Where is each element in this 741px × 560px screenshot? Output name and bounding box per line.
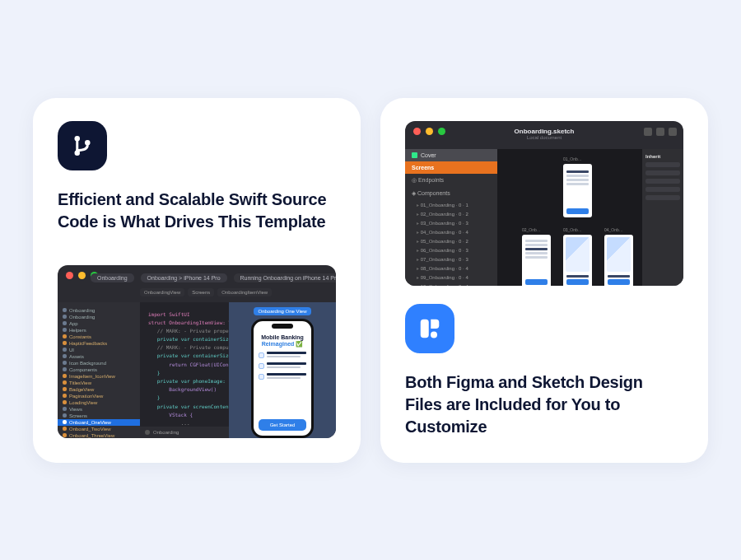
card-title: Efficient and Scalable Swift Source Code… [58,189,336,233]
phone-feature-row [259,362,306,369]
artboard: 04_Onb… [604,235,633,286]
code-line: import SwiftUI [148,310,221,319]
xcode-preview-canvas: Onboarding One View Mobile Banking Reima… [229,302,336,438]
phone-heading: Mobile Banking Reimagined ✅ [261,334,304,348]
preview-label: Onboarding One View [254,307,312,315]
layer-item: 04_Onboarding · 0 · 4 [405,227,497,236]
editor-tab: OnboardingView [140,288,184,296]
code-line: // MARK: - Private computed properties [148,343,221,352]
file-item: UI [58,347,140,353]
layer-item: 08_Onboarding · 0 · 4 [405,264,497,273]
feature-cards: Efficient and Scalable Swift Source Code… [33,98,708,463]
code-line: private var containerSizeFactor: private… [148,335,221,343]
code-line: VStack { [148,411,221,419]
file-item: Onboard_OneView [58,419,140,426]
sketch-page-cover: Cover [405,149,497,161]
file-item: Screens [58,413,140,419]
status-pill: Running Onboarding on iPhone 14 Pro [234,273,336,282]
code-line: } [148,394,221,402]
notch-icon [272,324,293,329]
iphone-mockup: Mobile Banking Reimagined ✅ Get Started [251,319,314,438]
file-item: LoadingView [58,399,140,406]
layer-item: 02_Onboarding · 0 · 2 [405,209,497,218]
file-item: Icon Background [58,360,140,366]
file-item: App [58,320,140,327]
file-item: Onboarding [58,314,140,320]
code-line: } [148,369,221,377]
xcode-tabs: OnboardingView Screens OnboardingItemVie… [140,288,229,296]
run-target-pill: Onboarding > iPhone 14 Pro [141,273,227,282]
editor-tab: Screens [188,288,214,296]
git-branch-icon [58,121,107,170]
file-item: ImageItem_IconView [58,373,140,380]
feature-card-design: Onboarding.sketch Local document Cover S… [380,98,708,463]
design-file-icon [405,304,454,353]
card-title: Both Figma and Sketch Design Files are I… [405,371,683,438]
xcode-debug-bar: Onboarding [140,427,229,438]
sketch-category: ◎ Endpoints [405,174,497,187]
code-line: struct OnboardingItemView: View { [148,319,221,327]
sketch-screenshot: Onboarding.sketch Local document Cover S… [405,121,683,286]
sketch-titlebar: Onboarding.sketch Local document [438,128,650,140]
file-item: BadgeView [58,386,140,393]
artboard: 01_Onb… [563,164,592,217]
feature-card-swift: Efficient and Scalable Swift Source Code… [33,98,361,463]
artboard: 02_Onb… [522,235,551,286]
file-item: Components [58,366,140,373]
xcode-screenshot: Onboarding Onboarding > iPhone 14 Pro Ru… [58,265,336,438]
phone-feature-row [259,373,306,380]
file-item: Assets [58,353,140,360]
layer-item: 10_Onboarding · 0 · 4 [405,282,497,286]
layer-item: 07_Onboarding · 0 · 3 [405,254,497,264]
sketch-category: ◈ Components [405,187,497,200]
file-item: PaginationView [58,393,140,399]
svg-point-4 [431,331,437,338]
phone-cta-button: Get Started [259,419,306,431]
code-line: private var containerSize: CGFloat { [148,352,221,360]
sketch-toolbar-right [644,128,677,136]
xcode-code-editor: import SwiftUIstruct OnboardingItemView:… [140,302,229,438]
file-item: Onboard_TwoView [58,426,140,432]
file-item: TitlesView [58,380,140,386]
layer-item: 03_Onboarding · 0 · 3 [405,218,497,227]
sketch-canvas: 01_Onb… 02_Onb… 03_Onb… 04_Onb… [497,149,642,286]
code-line: BackgroundView() [148,385,221,394]
file-item: HapticFeedbacks [58,340,140,347]
code-line: private var phoneImage: some View { [148,377,221,385]
layer-item: 06_Onboarding · 0 · 3 [405,245,497,254]
project-pill: Onboarding [91,273,134,282]
file-item: Onboarding [58,307,140,314]
editor-tab: OnboardingItemView [217,288,272,296]
xcode-toolbar: Onboarding Onboarding > iPhone 14 Pro Ru… [91,273,328,282]
xcode-file-navigator: OnboardingOnboardingAppHelpersConstantsH… [58,302,140,438]
layer-item: 09_Onboarding · 0 · 4 [405,273,497,282]
artboard: 03_Onb… [563,235,592,286]
code-line: // MARK: - Private properties [148,327,221,335]
file-item: Helpers [58,327,140,334]
phone-feature-row [259,352,306,358]
file-item: Constants [58,334,140,340]
code-line: private var screenContent: some View { [148,403,221,411]
layer-item: 05_Onboarding · 0 · 2 [405,236,497,245]
sketch-page-screens: Screens [405,161,497,174]
code-line: return CGFloat(UIConstants.screenHeight)… [148,361,221,369]
sketch-inspector: Inherit [642,149,683,286]
file-item: Views [58,406,140,413]
file-item: Onboard_ThreeView [58,432,140,438]
svg-rect-3 [421,319,429,338]
sketch-layers-panel: Cover Screens ◎ Endpoints ◈ Components 0… [405,149,497,286]
layer-item: 01_Onboarding · 0 · 1 [405,200,497,209]
